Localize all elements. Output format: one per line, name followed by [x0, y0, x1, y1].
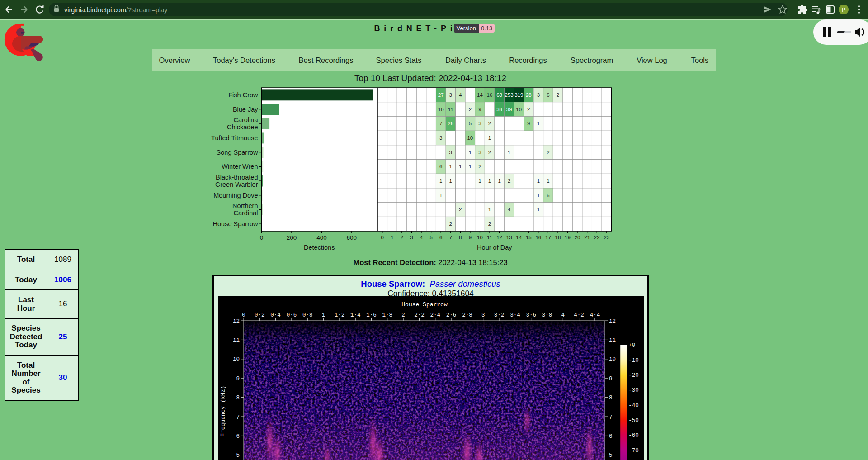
svg-text:Fish Crow: Fish Crow	[228, 91, 258, 99]
svg-text:2: 2	[488, 221, 491, 227]
svg-text:400: 400	[316, 234, 327, 241]
svg-text:Chickadee: Chickadee	[227, 123, 258, 131]
svg-text:7: 7	[439, 121, 442, 126]
svg-text:1: 1	[537, 207, 540, 212]
svg-text:1: 1	[459, 164, 462, 169]
svg-text:2: 2	[449, 221, 452, 227]
svg-text:26: 26	[448, 121, 453, 126]
svg-text:10: 10	[477, 235, 483, 240]
svg-text:Green Warbler: Green Warbler	[215, 181, 258, 188]
svg-text:2·4: 2·4	[430, 312, 441, 318]
svg-text:1: 1	[547, 178, 549, 184]
svg-text:6: 6	[236, 433, 240, 440]
svg-text:1: 1	[469, 164, 472, 169]
svg-text:3: 3	[478, 121, 481, 126]
svg-text:1: 1	[469, 150, 472, 155]
svg-text:2: 2	[508, 178, 510, 184]
svg-text:10: 10	[467, 135, 473, 141]
svg-text:Hour of Day: Hour of Day	[477, 244, 512, 251]
svg-text:14: 14	[477, 92, 483, 98]
svg-text:5: 5	[236, 452, 240, 459]
svg-text:Song Sparrow: Song Sparrow	[217, 149, 258, 156]
svg-text:-40: -40	[628, 403, 639, 409]
svg-text:-70: -70	[628, 448, 639, 454]
svg-text:Northern: Northern	[232, 202, 258, 209]
svg-text:3: 3	[537, 92, 540, 98]
svg-text:15: 15	[526, 235, 532, 240]
svg-text:1: 1	[498, 178, 500, 184]
svg-text:1·6: 1·6	[366, 312, 377, 318]
svg-text:1: 1	[391, 235, 393, 240]
svg-text:6: 6	[609, 433, 613, 440]
svg-text:3·6: 3·6	[526, 312, 536, 318]
svg-text:+0: +0	[628, 342, 635, 349]
svg-text:0: 0	[381, 235, 384, 240]
svg-text:1: 1	[449, 164, 452, 169]
svg-text:4·2: 4·2	[574, 312, 584, 318]
svg-text:2: 2	[478, 164, 481, 169]
svg-text:1: 1	[449, 178, 452, 184]
svg-text:2: 2	[488, 150, 491, 155]
svg-text:17: 17	[545, 235, 551, 240]
svg-text:1: 1	[537, 193, 540, 198]
svg-text:4: 4	[420, 235, 423, 240]
svg-text:House Sparrow: House Sparrow	[401, 301, 448, 308]
svg-text:9: 9	[236, 376, 240, 382]
svg-text:6: 6	[439, 164, 442, 169]
svg-text:2: 2	[459, 207, 462, 212]
svg-text:0: 0	[260, 234, 264, 241]
svg-text:3·8: 3·8	[542, 312, 552, 318]
svg-text:House Sparrow: House Sparrow	[213, 220, 258, 228]
svg-text:12: 12	[609, 318, 616, 325]
svg-text:9: 9	[527, 121, 530, 126]
svg-text:27: 27	[438, 92, 444, 98]
svg-text:10: 10	[438, 107, 444, 112]
svg-text:319: 319	[514, 92, 523, 98]
svg-text:-60: -60	[628, 432, 639, 439]
svg-text:1: 1	[488, 207, 491, 212]
svg-text:3: 3	[481, 312, 485, 318]
svg-text:7: 7	[236, 414, 240, 421]
svg-text:39: 39	[506, 107, 512, 112]
svg-text:Carolina: Carolina	[234, 116, 259, 123]
svg-text:Mourning Dove: Mourning Dove	[213, 192, 258, 199]
svg-text:3: 3	[410, 235, 413, 240]
svg-text:3·4: 3·4	[510, 312, 520, 318]
svg-text:13: 13	[506, 235, 512, 240]
svg-text:2: 2	[469, 107, 472, 112]
svg-text:7: 7	[609, 414, 613, 421]
svg-text:4: 4	[561, 312, 565, 318]
svg-text:Tufted Titmouse: Tufted Titmouse	[211, 134, 258, 142]
svg-text:-20: -20	[628, 372, 639, 379]
svg-text:9: 9	[469, 235, 472, 240]
svg-text:10: 10	[516, 107, 522, 112]
svg-text:11: 11	[487, 235, 492, 240]
svg-text:7: 7	[449, 235, 452, 240]
svg-text:1: 1	[537, 178, 540, 184]
svg-text:6: 6	[547, 193, 549, 198]
svg-text:28: 28	[526, 92, 532, 98]
svg-text:2: 2	[401, 235, 403, 240]
svg-text:3: 3	[449, 92, 452, 98]
svg-text:Blue Jay: Blue Jay	[233, 106, 258, 113]
svg-text:Detections: Detections	[304, 244, 335, 251]
svg-text:2·8: 2·8	[462, 312, 472, 318]
svg-text:200: 200	[287, 234, 297, 241]
svg-text:1: 1	[439, 178, 442, 184]
svg-text:2: 2	[557, 92, 559, 98]
svg-text:11: 11	[233, 337, 240, 344]
svg-text:1·8: 1·8	[382, 312, 393, 318]
svg-text:1: 1	[322, 312, 326, 318]
svg-text:12: 12	[496, 235, 502, 240]
svg-text:3: 3	[449, 150, 452, 155]
svg-text:1: 1	[508, 150, 510, 155]
svg-text:8: 8	[459, 235, 462, 240]
svg-text:-50: -50	[628, 417, 639, 424]
svg-text:19: 19	[565, 235, 571, 240]
svg-text:0·8: 0·8	[302, 312, 313, 318]
svg-text:8: 8	[609, 395, 613, 401]
svg-text:68: 68	[496, 92, 502, 98]
svg-text:12: 12	[233, 318, 240, 325]
svg-text:4: 4	[508, 207, 511, 212]
svg-text:Black-throated: Black-throated	[216, 174, 258, 181]
